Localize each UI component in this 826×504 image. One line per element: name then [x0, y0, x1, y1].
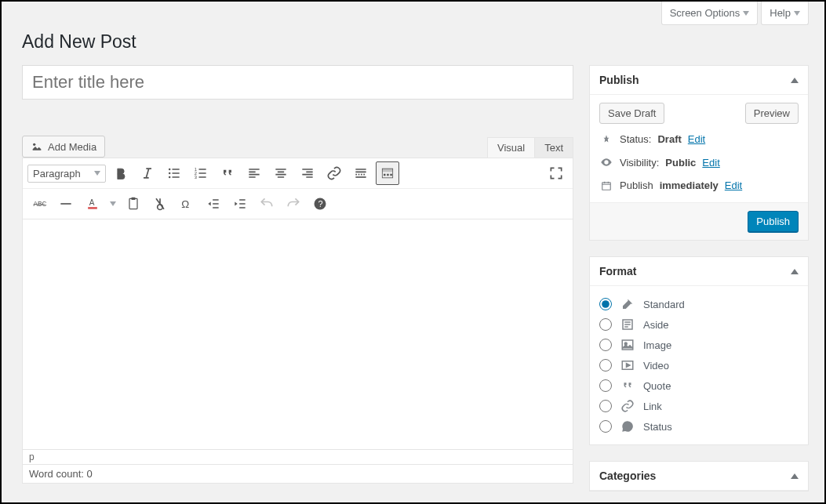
eye-icon: [599, 156, 613, 169]
strikethrough-button[interactable]: ABC: [27, 192, 51, 216]
format-option-image[interactable]: Image: [599, 335, 799, 355]
bullet-list-button[interactable]: [162, 161, 186, 185]
format-radio[interactable]: [599, 379, 612, 392]
chevron-down-icon: [94, 171, 100, 176]
add-media-label: Add Media: [48, 141, 96, 153]
format-radio[interactable]: [599, 420, 612, 433]
edit-publish-link[interactable]: Edit: [725, 179, 742, 191]
format-label: Video: [643, 360, 669, 372]
text-color-button[interactable]: A: [81, 192, 104, 216]
svg-rect-18: [602, 182, 611, 189]
publish-button[interactable]: Publish: [748, 211, 799, 232]
read-more-button[interactable]: [349, 161, 373, 185]
svg-rect-12: [129, 198, 137, 208]
editor-content[interactable]: [22, 219, 573, 450]
help-tab[interactable]: Help: [761, 2, 809, 25]
numbered-list-button[interactable]: 123: [189, 161, 213, 185]
publish-when-label: Publish: [620, 179, 653, 191]
editor-tab-text[interactable]: Text: [534, 137, 573, 158]
preview-button[interactable]: Preview: [745, 103, 799, 124]
bold-button[interactable]: [109, 161, 133, 185]
italic-button[interactable]: [136, 161, 159, 185]
publish-postbox: Publish Save Draft Preview Status: Draft…: [589, 65, 809, 241]
svg-point-0: [33, 143, 35, 146]
svg-rect-11: [88, 207, 97, 209]
redo-button[interactable]: [282, 192, 305, 216]
format-label: Status: [643, 421, 672, 433]
format-radio[interactable]: [599, 339, 612, 351]
chevron-down-icon: [743, 11, 749, 16]
calendar-icon: [599, 180, 613, 191]
toolbar-toggle-button[interactable]: [376, 161, 399, 185]
svg-text:?: ?: [318, 199, 323, 208]
text-color-chevron[interactable]: [107, 192, 118, 216]
categories-postbox: Categories: [589, 461, 809, 491]
align-center-button[interactable]: [269, 161, 293, 185]
page-title: Add New Post: [2, 25, 824, 65]
format-option-quote[interactable]: Quote: [599, 375, 799, 396]
format-option-standard[interactable]: Standard: [599, 294, 799, 314]
format-option-link[interactable]: Link: [599, 396, 799, 416]
pin-icon: [599, 134, 613, 145]
help-label: Help: [770, 7, 791, 19]
svg-point-1: [169, 169, 171, 171]
visibility-value: Public: [665, 157, 696, 169]
undo-button[interactable]: [255, 192, 278, 216]
screen-options-label: Screen Options: [670, 7, 740, 19]
format-radio[interactable]: [599, 400, 612, 412]
post-title-input[interactable]: [22, 65, 573, 100]
format-option-video[interactable]: Video: [599, 355, 799, 375]
svg-text:ABC: ABC: [34, 200, 47, 208]
align-left-button[interactable]: [242, 161, 266, 185]
save-draft-button[interactable]: Save Draft: [599, 103, 664, 124]
status-label: Status:: [620, 133, 651, 145]
format-label: Image: [643, 339, 671, 351]
link-button[interactable]: [322, 161, 346, 185]
format-label: Aside: [643, 319, 669, 331]
add-media-button[interactable]: Add Media: [22, 136, 105, 158]
status-icon: [620, 419, 635, 433]
outdent-button[interactable]: [202, 192, 225, 216]
paste-text-button[interactable]: [122, 192, 145, 216]
quote-icon: [620, 379, 635, 393]
fullscreen-button[interactable]: [544, 161, 568, 185]
format-select[interactable]: Paragraph: [27, 165, 106, 183]
svg-text:Ω: Ω: [181, 198, 189, 210]
special-char-button[interactable]: Ω: [175, 192, 198, 216]
horizontal-rule-button[interactable]: [54, 192, 78, 216]
help-button[interactable]: ?: [308, 192, 332, 216]
svg-rect-7: [382, 169, 392, 172]
collapse-icon: [791, 78, 799, 83]
screen-options-tab[interactable]: Screen Options: [661, 2, 759, 25]
svg-rect-13: [132, 198, 136, 200]
svg-point-3: [169, 176, 171, 179]
svg-text:3: 3: [195, 175, 197, 179]
format-radio[interactable]: [599, 359, 612, 372]
svg-text:A: A: [89, 198, 95, 207]
clear-formatting-button[interactable]: [148, 192, 172, 216]
format-radio[interactable]: [599, 318, 612, 331]
format-header[interactable]: Format: [590, 257, 808, 286]
format-select-label: Paragraph: [33, 168, 81, 179]
format-option-aside[interactable]: Aside: [599, 314, 799, 335]
media-icon: [31, 140, 43, 153]
format-radio[interactable]: [599, 298, 612, 310]
edit-status-link[interactable]: Edit: [688, 133, 705, 145]
categories-header[interactable]: Categories: [590, 462, 808, 491]
indent-button[interactable]: [228, 192, 252, 216]
status-value: Draft: [657, 133, 681, 145]
editor-tab-visual[interactable]: Visual: [487, 137, 534, 158]
align-right-button[interactable]: [296, 161, 319, 185]
chevron-down-icon: [794, 11, 800, 16]
format-option-status[interactable]: Status: [599, 416, 799, 437]
format-postbox: Format StandardAsideImageVideoQuoteLinkS…: [589, 256, 809, 445]
collapse-icon: [791, 473, 799, 479]
word-count: Word count: 0: [22, 465, 573, 484]
format-label: Link: [643, 401, 662, 412]
edit-visibility-link[interactable]: Edit: [702, 157, 719, 169]
publish-title: Publish: [599, 74, 639, 86]
visibility-label: Visibility:: [620, 157, 659, 169]
publish-header[interactable]: Publish: [590, 66, 808, 95]
editor-toolbar: Paragraph 123 ABC A: [22, 158, 573, 219]
blockquote-button[interactable]: [216, 161, 239, 185]
